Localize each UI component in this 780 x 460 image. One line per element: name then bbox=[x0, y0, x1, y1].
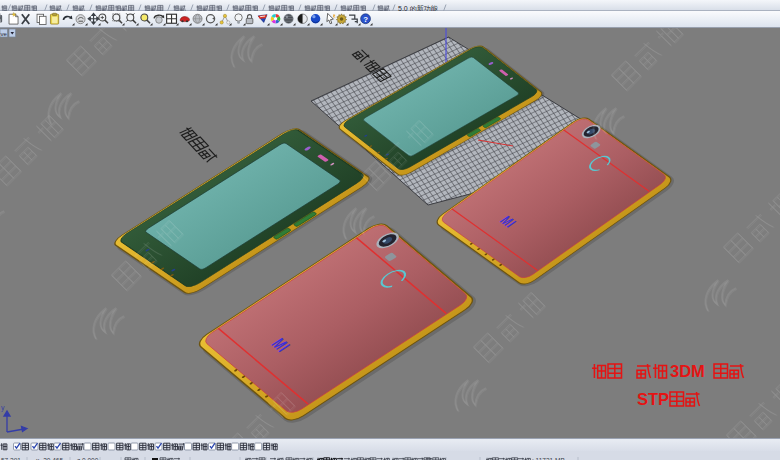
svg-text:ve: ve bbox=[1, 31, 8, 37]
svg-text:?: ? bbox=[363, 15, 368, 24]
svg-text:y: y bbox=[1, 404, 5, 412]
svg-text:STP: STP bbox=[637, 390, 669, 408]
svg-text:3DM: 3DM bbox=[670, 362, 705, 380]
